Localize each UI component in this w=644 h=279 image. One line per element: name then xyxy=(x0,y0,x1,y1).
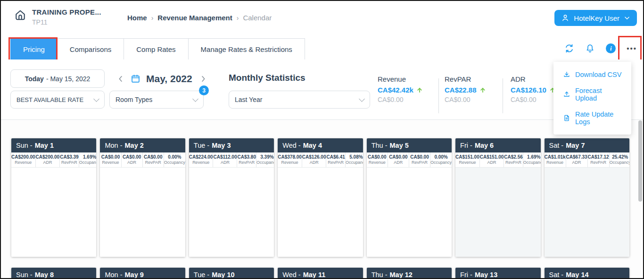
calendar-week-row: Sun -May 1 CA$200.00Revenue CA$200.00ADR… xyxy=(11,138,629,257)
day-cell-may-6[interactable]: Fri -May 6 CA$151.00Revenue CA$151.00ADR… xyxy=(455,138,540,257)
day-cell-stats: CA$151.00Revenue CA$151.00ADR CA$2.56Rev… xyxy=(455,152,540,168)
user-icon xyxy=(561,14,570,22)
tab-comp-rates[interactable]: Comp Rates xyxy=(124,38,188,60)
comparison-period-select[interactable]: Last Year xyxy=(229,91,370,109)
menu-item-download-csv[interactable]: Download CSV xyxy=(553,67,631,83)
today-button[interactable]: Today - May 15, 2022 xyxy=(10,69,105,88)
document-icon xyxy=(563,114,570,122)
day-of-week: Sat - xyxy=(549,271,564,279)
day-cell-may-4[interactable]: Wed -May 4 CA$378.00Revenue CA$126.00ADR… xyxy=(278,138,363,257)
day-cell-may-5[interactable]: Thu -May 5 CA$0.00Revenue CA$0.00ADR CA$… xyxy=(367,138,452,257)
day-of-week: Thu - xyxy=(372,271,388,279)
metric-label: Revenue xyxy=(369,160,386,165)
tab-manage-rates-restrictions[interactable]: Manage Rates & Restrictions xyxy=(189,38,305,60)
next-month-icon[interactable] xyxy=(198,74,208,84)
day-cell-may-10[interactable]: Tue -May 10 xyxy=(189,268,274,279)
day-cell-may-13[interactable]: Fri -May 13 xyxy=(455,268,540,279)
room-types-count-badge: 3 xyxy=(199,85,209,95)
previous-month-icon[interactable] xyxy=(116,74,126,84)
calendar-icon xyxy=(131,74,140,84)
metric-value: CA$112.00 xyxy=(213,154,237,161)
tab-pricing[interactable]: Pricing xyxy=(10,38,58,60)
stat-revenue: Revenue CA$42.42k CA$0.00 xyxy=(378,75,437,103)
current-month-label[interactable]: May, 2022 xyxy=(146,73,192,85)
rate-plan-select[interactable]: BEST AVAILABLE RATE xyxy=(10,91,105,109)
day-cell-may-1[interactable]: Sun -May 1 CA$200.00Revenue CA$200.00ADR… xyxy=(11,138,96,257)
metric-value: CA$1.01k xyxy=(545,154,566,161)
day-cell-may-9[interactable]: Mon -May 9 xyxy=(100,268,185,279)
day-cell-body[interactable] xyxy=(100,168,185,257)
metric-label: RevPAR xyxy=(505,160,521,165)
day-cell-header: Mon -May 9 xyxy=(100,268,185,279)
metric-value: CA$151.00 xyxy=(480,154,504,161)
day-cell-may-12[interactable]: Thu -May 12 xyxy=(367,268,452,279)
today-date: - May 15, 2022 xyxy=(46,75,90,83)
tab-comparisons[interactable]: Comparisons xyxy=(58,38,124,60)
property-brand[interactable]: TRAINING PROPE... TP11 xyxy=(13,8,101,26)
metric-label: ADR xyxy=(127,160,136,165)
day-cell-header: Sun -May 1 xyxy=(11,138,96,152)
day-cell-stats: CA$200.00Revenue CA$200.00ADR CA$3.39Rev… xyxy=(11,152,96,168)
metric-label: RevPAR xyxy=(590,160,606,165)
room-types-select[interactable]: Room Types xyxy=(109,91,204,109)
rate-plan-value: BEST AVAILABLE RATE xyxy=(17,96,83,103)
day-date: May 5 xyxy=(390,142,409,149)
day-cell-header: Tue -May 3 xyxy=(189,138,274,152)
metric-label: Occupancy xyxy=(256,160,274,165)
day-cell-may-14[interactable]: Sat -May 14 xyxy=(545,268,629,279)
breadcrumb-home[interactable]: Home xyxy=(127,14,147,22)
notifications-bell-icon[interactable] xyxy=(585,43,595,53)
day-cell-header: Mon -May 2 xyxy=(100,138,185,152)
day-cell-may-2[interactable]: Mon -May 2 CA$0.00Revenue CA$0.00ADR CA$… xyxy=(100,138,185,257)
user-menu-button[interactable]: HotelKey User xyxy=(554,10,637,26)
metric-value: 5.08% xyxy=(349,154,363,161)
day-cell-body[interactable] xyxy=(189,168,274,257)
metric-label: RevPAR xyxy=(239,160,255,165)
chevron-down-icon xyxy=(624,15,630,21)
breadcrumb-revenue-management[interactable]: Revenue Management xyxy=(157,14,232,22)
metric-value: CA$0.00 xyxy=(123,154,141,161)
chevron-down-icon xyxy=(192,96,198,102)
day-cell-header: Thu -May 5 xyxy=(367,138,452,152)
day-cell-body[interactable] xyxy=(367,168,452,257)
day-date: May 14 xyxy=(566,271,588,279)
stat-comparison: CA$0.00 xyxy=(378,96,437,103)
metric-value: 0.00% xyxy=(434,154,447,161)
chevron-down-icon xyxy=(359,96,365,102)
info-icon[interactable]: i xyxy=(606,43,616,53)
metric-label: ADR xyxy=(394,160,403,165)
metric-label: RevPAR xyxy=(61,160,77,165)
vertical-scrollbar[interactable] xyxy=(638,120,642,202)
day-cell-header: Tue -May 10 xyxy=(189,268,274,279)
user-name-label: HotelKey User xyxy=(574,14,619,22)
day-of-week: Mon - xyxy=(105,271,122,279)
stat-comparison: CA$0.00 xyxy=(445,96,504,103)
property-code: TP11 xyxy=(32,18,101,26)
day-date: May 8 xyxy=(35,271,54,279)
metric-value: 1.69% xyxy=(527,154,540,161)
day-cell-may-11[interactable]: Wed -May 11 xyxy=(278,268,363,279)
breadcrumb-separator-icon: › xyxy=(151,14,154,22)
day-cell-body[interactable] xyxy=(455,168,540,257)
menu-item-forecast-upload[interactable]: Forecast Upload xyxy=(553,83,631,106)
download-icon xyxy=(563,71,570,78)
menu-item-rate-update-logs[interactable]: Rate Update Logs xyxy=(553,106,631,130)
metric-label: Revenue xyxy=(192,160,209,165)
upload-icon xyxy=(563,91,570,98)
day-of-week: Sun - xyxy=(16,271,33,279)
metric-value: CA$0.00 xyxy=(389,154,407,161)
metric-label: RevPAR xyxy=(328,160,344,165)
more-options-button[interactable]: ••• xyxy=(627,44,637,52)
day-cell-may-8[interactable]: Sun -May 8 xyxy=(11,268,96,279)
day-cell-may-3[interactable]: Tue -May 3 CA$224.00Revenue CA$112.00ADR… xyxy=(189,138,274,257)
day-cell-may-7[interactable]: Sat -May 7 CA$1.01kRevenue CA$67.33ADR C… xyxy=(545,138,629,257)
day-of-week: Tue - xyxy=(194,142,209,149)
home-icon xyxy=(13,8,27,26)
stat-divider xyxy=(503,78,503,113)
day-cell-header: Sat -May 7 xyxy=(545,138,629,152)
day-cell-body[interactable] xyxy=(545,168,629,257)
metric-value: CA$151.00 xyxy=(455,154,479,161)
day-cell-body[interactable] xyxy=(278,168,363,257)
day-cell-body[interactable] xyxy=(11,168,96,257)
refresh-icon[interactable] xyxy=(564,43,574,53)
